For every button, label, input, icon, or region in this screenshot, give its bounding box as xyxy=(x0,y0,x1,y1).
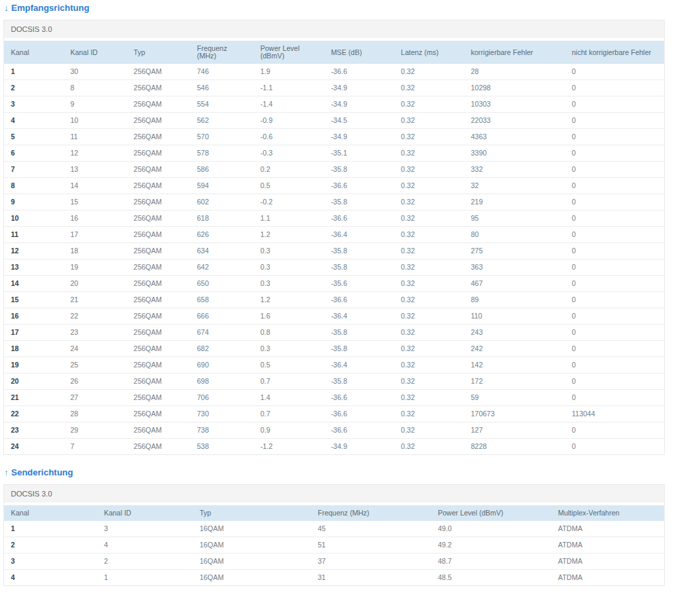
table-cell: 0.32 xyxy=(394,374,464,390)
table-cell: -36.6 xyxy=(324,178,394,194)
upstream-channel-table: KanalKanal IDTypFrequenz (MHz)Power Leve… xyxy=(4,505,664,585)
table-cell: 4 xyxy=(97,537,193,554)
table-cell: 0.7 xyxy=(254,374,324,390)
column-header: Kanal ID xyxy=(97,505,193,521)
table-cell: ATDMA xyxy=(551,554,664,570)
table-cell: 594 xyxy=(190,178,254,194)
channel-number-cell: 1 xyxy=(4,64,63,80)
channel-number-cell: 23 xyxy=(4,422,63,439)
table-cell: 0.32 xyxy=(394,259,464,276)
table-cell: 28 xyxy=(464,64,565,80)
downstream-section-title: ↓Empfangsrichtung xyxy=(4,3,665,13)
table-cell: 546 xyxy=(190,80,254,96)
table-cell: -0.2 xyxy=(254,194,324,211)
table-cell: 256QAM xyxy=(127,341,190,357)
table-cell: 1.4 xyxy=(254,390,324,406)
table-cell: 10 xyxy=(63,113,126,129)
table-cell: 3390 xyxy=(464,145,565,162)
table-cell: 20 xyxy=(63,276,126,292)
downstream-title-text: Empfangsrichtung xyxy=(12,3,90,13)
table-cell: 0 xyxy=(565,341,664,357)
table-cell: -36.6 xyxy=(324,64,394,80)
table-cell: 51 xyxy=(311,537,431,554)
table-cell: 0.3 xyxy=(254,276,324,292)
table-cell: 256QAM xyxy=(127,259,190,276)
table-cell: 634 xyxy=(190,243,254,259)
table-cell: 256QAM xyxy=(127,292,190,308)
table-cell: 37 xyxy=(311,554,431,570)
table-cell: 256QAM xyxy=(127,178,190,194)
table-cell: 219 xyxy=(464,194,565,211)
table-row: 1723256QAM6740.8-35.80.322430 xyxy=(4,325,664,341)
table-cell: 3 xyxy=(97,521,193,537)
table-cell: 0 xyxy=(565,80,664,96)
downstream-channel-table: KanalKanal IDTypFrequenz (MHz)Power Leve… xyxy=(4,41,664,454)
table-row: 1824256QAM6820.3-35.80.322420 xyxy=(4,341,664,357)
table-cell: 0 xyxy=(565,178,664,194)
table-cell: 698 xyxy=(190,374,254,390)
channel-number-cell: 5 xyxy=(4,129,63,145)
table-cell: 0 xyxy=(565,194,664,211)
table-cell: 0.32 xyxy=(394,162,464,178)
column-header: Kanal xyxy=(4,41,63,64)
table-cell: 256QAM xyxy=(127,145,190,162)
downstream-docsis-version-label: DOCSIS 3.0 xyxy=(4,20,664,38)
table-cell: 1.2 xyxy=(254,292,324,308)
table-cell: 29 xyxy=(63,422,126,439)
table-row: 2127256QAM7061.4-36.60.32590 xyxy=(4,390,664,406)
table-cell: 0.32 xyxy=(394,113,464,129)
channel-number-cell: 22 xyxy=(4,406,63,422)
table-cell: 26 xyxy=(63,374,126,390)
table-cell: 730 xyxy=(190,406,254,422)
table-cell: 30 xyxy=(63,64,126,80)
table-cell: 11 xyxy=(63,129,126,145)
table-cell: 538 xyxy=(190,439,254,455)
table-cell: -0.3 xyxy=(254,145,324,162)
table-cell: 658 xyxy=(190,292,254,308)
table-cell: 31 xyxy=(311,570,431,586)
table-cell: -35.8 xyxy=(324,325,394,341)
table-cell: 12 xyxy=(63,145,126,162)
table-cell: 256QAM xyxy=(127,227,190,243)
table-row: 1925256QAM6900.5-36.40.321420 xyxy=(4,357,664,374)
column-header: Typ xyxy=(127,41,190,64)
table-cell: 642 xyxy=(190,259,254,276)
upstream-docsis-version-label: DOCSIS 3.0 xyxy=(4,485,664,503)
table-cell: 59 xyxy=(464,390,565,406)
table-cell: ATDMA xyxy=(551,570,664,586)
table-cell: 0.32 xyxy=(394,292,464,308)
table-cell: 0.7 xyxy=(254,406,324,422)
table-cell: 256QAM xyxy=(127,80,190,96)
table-row: 130256QAM7461.9-36.60.32280 xyxy=(4,64,664,80)
table-cell: 256QAM xyxy=(127,325,190,341)
table-cell: 0.3 xyxy=(254,259,324,276)
table-cell: 0.32 xyxy=(394,194,464,211)
table-row: 1218256QAM6340.3-35.80.322750 xyxy=(4,243,664,259)
table-cell: 0 xyxy=(565,243,664,259)
table-header-row: KanalKanal IDTypFrequenz (MHz)Power Leve… xyxy=(4,505,664,521)
table-cell: 45 xyxy=(311,521,431,537)
table-cell: 80 xyxy=(464,227,565,243)
table-cell: -0.9 xyxy=(254,113,324,129)
table-cell: 89 xyxy=(464,292,565,308)
table-cell: 467 xyxy=(464,276,565,292)
channel-number-cell: 4 xyxy=(4,113,63,129)
table-cell: 0 xyxy=(565,145,664,162)
channel-number-cell: 7 xyxy=(4,162,63,178)
table-cell: 0.32 xyxy=(394,390,464,406)
table-cell: -36.6 xyxy=(324,390,394,406)
table-cell: 16 xyxy=(63,211,126,227)
table-cell: 0.8 xyxy=(254,325,324,341)
table-cell: 22 xyxy=(63,308,126,325)
table-cell: 0.32 xyxy=(394,308,464,325)
table-cell: 0.9 xyxy=(254,422,324,439)
table-cell: 10298 xyxy=(464,80,565,96)
table-cell: 256QAM xyxy=(127,211,190,227)
table-row: 612256QAM578-0.3-35.10.3233900 xyxy=(4,145,664,162)
table-cell: 332 xyxy=(464,162,565,178)
table-cell: 16QAM xyxy=(193,570,311,586)
table-cell: 10303 xyxy=(464,96,565,113)
upstream-section: ↑Senderichtung DOCSIS 3.0 KanalKanal IDT… xyxy=(3,467,665,586)
channel-number-cell: 2 xyxy=(4,80,63,96)
table-cell: 746 xyxy=(190,64,254,80)
